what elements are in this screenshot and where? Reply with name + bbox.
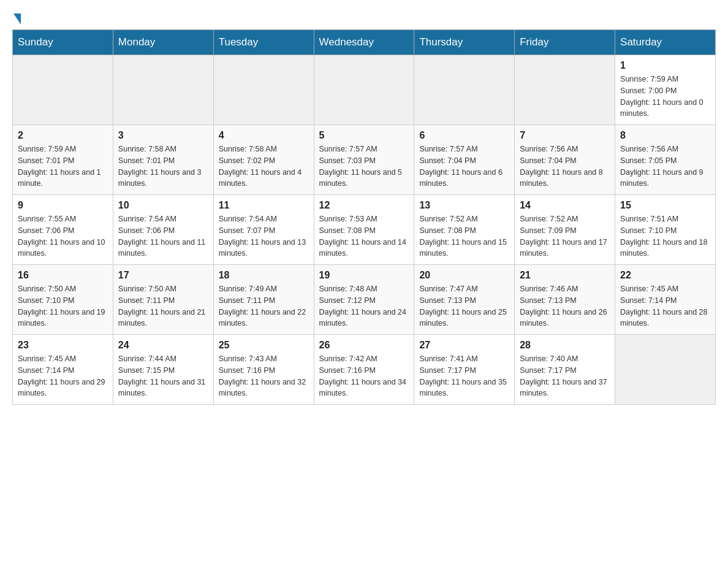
calendar-cell: 17Sunrise: 7:50 AMSunset: 7:11 PMDayligh…	[113, 265, 213, 335]
calendar-cell: 7Sunrise: 7:56 AMSunset: 7:04 PMDaylight…	[515, 125, 615, 195]
calendar-cell: 24Sunrise: 7:44 AMSunset: 7:15 PMDayligh…	[113, 335, 213, 405]
calendar-week-row: 2Sunrise: 7:59 AMSunset: 7:01 PMDaylight…	[13, 125, 716, 195]
day-sun-info: Sunrise: 7:52 AMSunset: 7:08 PMDaylight:…	[419, 213, 509, 259]
day-sun-info: Sunrise: 7:49 AMSunset: 7:11 PMDaylight:…	[219, 283, 309, 329]
calendar-cell: 14Sunrise: 7:52 AMSunset: 7:09 PMDayligh…	[515, 195, 615, 265]
calendar-cell: 20Sunrise: 7:47 AMSunset: 7:13 PMDayligh…	[414, 265, 515, 335]
day-number: 17	[118, 270, 208, 281]
calendar-week-row: 23Sunrise: 7:45 AMSunset: 7:14 PMDayligh…	[13, 335, 716, 405]
day-number: 4	[219, 130, 309, 141]
day-number: 2	[18, 130, 108, 141]
day-sun-info: Sunrise: 7:45 AMSunset: 7:14 PMDaylight:…	[18, 353, 108, 399]
day-of-week-header: Wednesday	[314, 30, 414, 55]
calendar-cell: 19Sunrise: 7:48 AMSunset: 7:12 PMDayligh…	[314, 265, 414, 335]
day-number: 20	[419, 270, 509, 281]
day-sun-info: Sunrise: 7:58 AMSunset: 7:01 PMDaylight:…	[118, 144, 208, 190]
day-number: 14	[520, 200, 610, 211]
day-sun-info: Sunrise: 7:57 AMSunset: 7:03 PMDaylight:…	[319, 144, 409, 190]
calendar-cell: 3Sunrise: 7:58 AMSunset: 7:01 PMDaylight…	[113, 125, 213, 195]
day-sun-info: Sunrise: 7:50 AMSunset: 7:10 PMDaylight:…	[18, 283, 108, 329]
calendar-table: SundayMondayTuesdayWednesdayThursdayFrid…	[12, 29, 716, 405]
day-number: 12	[319, 200, 409, 211]
calendar-cell	[414, 55, 515, 125]
calendar-cell: 26Sunrise: 7:42 AMSunset: 7:16 PMDayligh…	[314, 335, 414, 405]
calendar-cell: 15Sunrise: 7:51 AMSunset: 7:10 PMDayligh…	[615, 195, 716, 265]
calendar-week-row: 9Sunrise: 7:55 AMSunset: 7:06 PMDaylight…	[13, 195, 716, 265]
day-sun-info: Sunrise: 7:56 AMSunset: 7:04 PMDaylight:…	[520, 144, 610, 190]
day-number: 18	[219, 270, 309, 281]
day-sun-info: Sunrise: 7:51 AMSunset: 7:10 PMDaylight:…	[620, 213, 710, 259]
day-sun-info: Sunrise: 7:48 AMSunset: 7:12 PMDaylight:…	[319, 283, 409, 329]
logo-general-text	[12, 12, 21, 23]
calendar-cell: 6Sunrise: 7:57 AMSunset: 7:04 PMDaylight…	[414, 125, 515, 195]
day-number: 26	[319, 340, 409, 351]
calendar-cell	[113, 55, 213, 125]
calendar-cell: 25Sunrise: 7:43 AMSunset: 7:16 PMDayligh…	[213, 335, 314, 405]
day-number: 21	[520, 270, 610, 281]
calendar-cell: 10Sunrise: 7:54 AMSunset: 7:06 PMDayligh…	[113, 195, 213, 265]
day-sun-info: Sunrise: 7:45 AMSunset: 7:14 PMDaylight:…	[620, 283, 710, 329]
day-sun-info: Sunrise: 7:42 AMSunset: 7:16 PMDaylight:…	[319, 353, 409, 399]
calendar-cell: 12Sunrise: 7:53 AMSunset: 7:08 PMDayligh…	[314, 195, 414, 265]
day-number: 15	[620, 200, 710, 211]
day-sun-info: Sunrise: 7:40 AMSunset: 7:17 PMDaylight:…	[520, 353, 610, 399]
calendar-cell: 2Sunrise: 7:59 AMSunset: 7:01 PMDaylight…	[13, 125, 113, 195]
day-number: 22	[620, 270, 710, 281]
day-sun-info: Sunrise: 7:54 AMSunset: 7:06 PMDaylight:…	[118, 213, 208, 259]
calendar-cell: 18Sunrise: 7:49 AMSunset: 7:11 PMDayligh…	[213, 265, 314, 335]
page-header	[12, 12, 716, 23]
day-sun-info: Sunrise: 7:54 AMSunset: 7:07 PMDaylight:…	[219, 213, 309, 259]
logo	[12, 12, 21, 23]
calendar-cell	[314, 55, 414, 125]
logo-arrow-icon	[13, 13, 21, 25]
day-number: 10	[118, 200, 208, 211]
calendar-cell: 22Sunrise: 7:45 AMSunset: 7:14 PMDayligh…	[615, 265, 716, 335]
calendar-cell: 27Sunrise: 7:41 AMSunset: 7:17 PMDayligh…	[414, 335, 515, 405]
day-sun-info: Sunrise: 7:52 AMSunset: 7:09 PMDaylight:…	[520, 213, 610, 259]
day-sun-info: Sunrise: 7:58 AMSunset: 7:02 PMDaylight:…	[219, 144, 309, 190]
day-sun-info: Sunrise: 7:46 AMSunset: 7:13 PMDaylight:…	[520, 283, 610, 329]
day-number: 28	[520, 340, 610, 351]
calendar-week-row: 1Sunrise: 7:59 AMSunset: 7:00 PMDaylight…	[13, 55, 716, 125]
day-of-week-header: Saturday	[615, 30, 716, 55]
day-sun-info: Sunrise: 7:43 AMSunset: 7:16 PMDaylight:…	[219, 353, 309, 399]
calendar-cell: 8Sunrise: 7:56 AMSunset: 7:05 PMDaylight…	[615, 125, 716, 195]
calendar-cell: 28Sunrise: 7:40 AMSunset: 7:17 PMDayligh…	[515, 335, 615, 405]
day-number: 9	[18, 200, 108, 211]
day-number: 6	[419, 130, 509, 141]
calendar-cell: 5Sunrise: 7:57 AMSunset: 7:03 PMDaylight…	[314, 125, 414, 195]
calendar-header-row: SundayMondayTuesdayWednesdayThursdayFrid…	[13, 30, 716, 55]
calendar-cell	[213, 55, 314, 125]
day-of-week-header: Sunday	[13, 30, 113, 55]
day-sun-info: Sunrise: 7:55 AMSunset: 7:06 PMDaylight:…	[18, 213, 108, 259]
day-sun-info: Sunrise: 7:56 AMSunset: 7:05 PMDaylight:…	[620, 144, 710, 190]
day-number: 1	[620, 60, 710, 71]
day-number: 25	[219, 340, 309, 351]
day-number: 23	[18, 340, 108, 351]
day-sun-info: Sunrise: 7:59 AMSunset: 7:00 PMDaylight:…	[620, 74, 710, 120]
day-sun-info: Sunrise: 7:50 AMSunset: 7:11 PMDaylight:…	[118, 283, 208, 329]
day-sun-info: Sunrise: 7:44 AMSunset: 7:15 PMDaylight:…	[118, 353, 208, 399]
day-sun-info: Sunrise: 7:53 AMSunset: 7:08 PMDaylight:…	[319, 213, 409, 259]
calendar-cell: 11Sunrise: 7:54 AMSunset: 7:07 PMDayligh…	[213, 195, 314, 265]
day-number: 7	[520, 130, 610, 141]
calendar-cell	[615, 335, 716, 405]
day-sun-info: Sunrise: 7:41 AMSunset: 7:17 PMDaylight:…	[419, 353, 509, 399]
day-number: 8	[620, 130, 710, 141]
day-number: 11	[219, 200, 309, 211]
day-sun-info: Sunrise: 7:47 AMSunset: 7:13 PMDaylight:…	[419, 283, 509, 329]
day-sun-info: Sunrise: 7:59 AMSunset: 7:01 PMDaylight:…	[18, 144, 108, 190]
day-number: 13	[419, 200, 509, 211]
calendar-cell	[515, 55, 615, 125]
day-number: 27	[419, 340, 509, 351]
day-of-week-header: Monday	[113, 30, 213, 55]
day-number: 16	[18, 270, 108, 281]
day-of-week-header: Friday	[515, 30, 615, 55]
calendar-cell: 9Sunrise: 7:55 AMSunset: 7:06 PMDaylight…	[13, 195, 113, 265]
day-number: 19	[319, 270, 409, 281]
calendar-cell: 4Sunrise: 7:58 AMSunset: 7:02 PMDaylight…	[213, 125, 314, 195]
day-number: 3	[118, 130, 208, 141]
calendar-cell: 13Sunrise: 7:52 AMSunset: 7:08 PMDayligh…	[414, 195, 515, 265]
day-number: 5	[319, 130, 409, 141]
calendar-cell	[13, 55, 113, 125]
